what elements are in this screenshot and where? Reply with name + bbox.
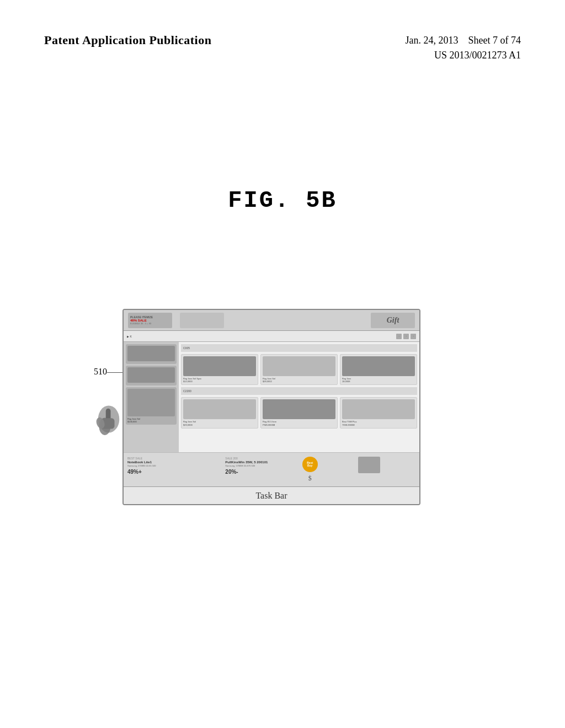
bottom-promo-item-1: BEST SALE NoteBook Lite1 Samsung, 570890… bbox=[126, 455, 221, 477]
sidebar-item-3: Reg Item Sel$130,000 bbox=[126, 387, 177, 425]
nav-btn-2[interactable]: · bbox=[403, 334, 409, 339]
product-img-6 bbox=[342, 399, 415, 419]
product-img-1 bbox=[183, 356, 256, 376]
content-section-title-2: C2200 bbox=[183, 389, 191, 393]
bottom-promo-item-3 bbox=[322, 455, 417, 475]
bottom-item-2-price: 20%- bbox=[225, 469, 300, 475]
bottom-item-1-tag: BEST SALE bbox=[127, 457, 220, 460]
nav-bar: ▶ K · · · bbox=[124, 331, 419, 342]
sidebar-item-3-text: Reg Item Sel$130,000 bbox=[127, 417, 175, 423]
sidebar-item-2 bbox=[126, 366, 177, 386]
product-grid-row2: Reg Item Sel$29,0008 Reg 85 5 ItemPW8-98… bbox=[181, 397, 417, 428]
nav-btn-1[interactable]: · bbox=[396, 334, 402, 339]
product-img-4 bbox=[183, 399, 256, 419]
screen-header-bar: PLEASE ITEMIZE 48% SALE ELIGIBLE 30 - 5 … bbox=[124, 310, 419, 331]
bottom-product-image bbox=[358, 457, 380, 473]
product-card-1[interactable]: Reg Item Sel Spec$12,0000 bbox=[181, 354, 258, 385]
nav-btn-3[interactable]: · bbox=[411, 334, 416, 339]
gift-label: Gift bbox=[387, 316, 399, 325]
nav-controls: · · · bbox=[396, 334, 416, 339]
task-bar: Task Bar bbox=[124, 486, 419, 504]
bottom-item-2-tag: SALE 200 bbox=[225, 457, 300, 460]
ad-image-center bbox=[180, 313, 224, 328]
product-grid-row1: Reg Item Sel Spec$12,0000 Reg Item Sel$2… bbox=[181, 354, 417, 385]
dollar-icon: $ bbox=[308, 474, 312, 483]
product-label-5: Reg 85 5 ItemPW8-9800M bbox=[263, 420, 335, 426]
best-buy-badge: BestBuy bbox=[302, 457, 318, 472]
content-title-bar: C005 bbox=[181, 344, 417, 352]
left-sidebar: Reg Item Sel$130,000 bbox=[124, 342, 179, 452]
bottom-promo-row: BEST SALE NoteBook Lite1 Samsung, 570890… bbox=[124, 452, 419, 486]
figure-label: FIG. 5B bbox=[228, 188, 337, 214]
bottom-item-2-subtitle: Samsung, 570898 33-670 500 bbox=[225, 465, 300, 468]
product-card-4[interactable]: Reg Item Sel$29,0008 bbox=[181, 397, 258, 428]
content-section-title: C005 bbox=[183, 346, 190, 350]
bottom-item-1-price: 49%+ bbox=[127, 469, 220, 475]
product-img-2 bbox=[263, 356, 335, 376]
sidebar-image-1 bbox=[127, 346, 175, 361]
sidebar-item-1 bbox=[126, 344, 177, 364]
content-area: Reg Item Sel$130,000 C005 Reg Item Sel S… bbox=[124, 342, 419, 452]
product-img-3 bbox=[342, 356, 415, 376]
page-header: Patent Application Publication Jan. 24, … bbox=[0, 33, 565, 63]
product-label-2: Reg Item Sel$28,0002 bbox=[263, 377, 335, 383]
diagram-area: 510 bbox=[122, 309, 443, 505]
sheet-info: Sheet 7 of 74 bbox=[468, 35, 521, 46]
reference-number-510: 510 bbox=[94, 367, 107, 377]
hand-cursor-illustration bbox=[92, 400, 125, 438]
content-title-bar-2: C2200 bbox=[181, 387, 417, 395]
screen-ad-area: PLEASE ITEMIZE 48% SALE ELIGIBLE 30 - 5 … bbox=[128, 313, 415, 328]
task-bar-label: Task Bar bbox=[255, 491, 287, 501]
sidebar-image-2 bbox=[127, 367, 175, 383]
device-screen: PLEASE ITEMIZE 48% SALE ELIGIBLE 30 - 5 … bbox=[122, 309, 420, 505]
product-img-5 bbox=[263, 399, 335, 419]
product-card-5[interactable]: Reg 85 5 ItemPW8-9800M bbox=[260, 397, 338, 428]
product-label-1: Reg Item Sel Spec$12,0000 bbox=[183, 377, 256, 383]
bottom-item-1-subtitle: Samsung, 570890 22-65 500 bbox=[127, 465, 220, 468]
ad-detail: ELIGIBLE 30 - 5 + 60 bbox=[130, 322, 170, 325]
product-label-3: Reg Item18,0008 bbox=[342, 377, 415, 383]
main-product-content: C005 Reg Item Sel Spec$12,0000 Reg Item … bbox=[179, 342, 419, 452]
bottom-promo-item-2: SALE 200 PullKinsWin 35W, 5 200101 Samsu… bbox=[223, 455, 319, 484]
product-card-3[interactable]: Reg Item18,0008 bbox=[340, 354, 417, 385]
product-label-4: Reg Item Sel$29,0008 bbox=[183, 420, 256, 426]
publication-title: Patent Application Publication bbox=[44, 33, 211, 47]
publication-date: Jan. 24, 2013 bbox=[406, 35, 459, 46]
page-container: Patent Application Publication Jan. 24, … bbox=[0, 0, 565, 728]
pub-number: US 2013/0021273 A1 bbox=[434, 50, 521, 61]
product-card-6[interactable]: Best TVM Plus7998-9900M bbox=[340, 397, 417, 428]
product-card-2[interactable]: Reg Item Sel$28,0002 bbox=[260, 354, 338, 385]
sidebar-image-3 bbox=[127, 389, 175, 416]
publication-info: Jan. 24, 2013 Sheet 7 of 74 US 2013/0021… bbox=[406, 33, 521, 63]
product-label-6: Best TVM Plus7998-9900M bbox=[342, 420, 415, 426]
nav-bar-text: ▶ K bbox=[127, 335, 132, 338]
gift-block: Gift bbox=[371, 313, 415, 328]
